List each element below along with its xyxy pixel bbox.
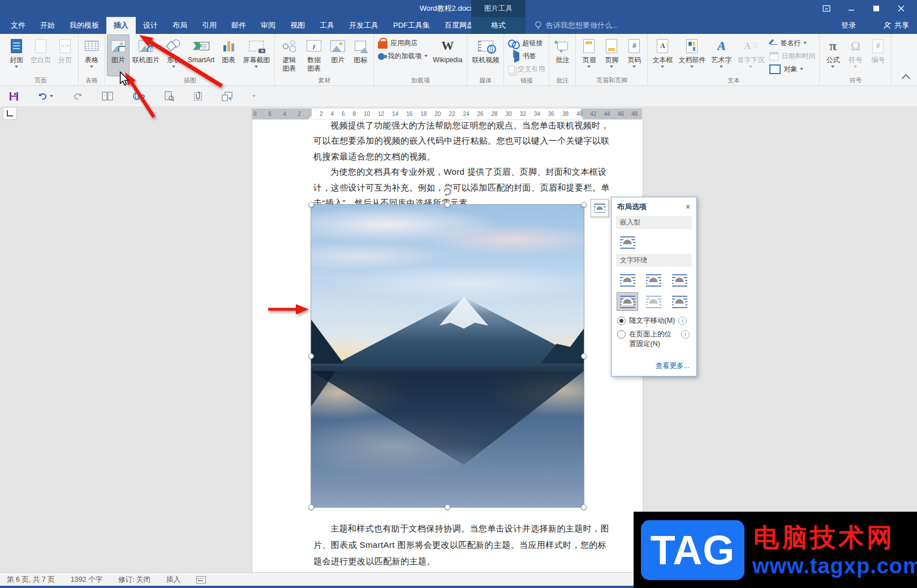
layout-options-button[interactable] — [591, 199, 609, 217]
text-box-button[interactable]: 文本框 — [649, 34, 675, 76]
ribbon-tab[interactable]: 我的模板 — [62, 17, 106, 34]
screenshot-button[interactable]: 屏幕截图 — [240, 34, 273, 76]
quick-parts-button[interactable]: 文档部件 — [675, 34, 708, 76]
chart-button[interactable]: 图表 — [217, 34, 240, 76]
document-page[interactable]: 视频提供了功能强大的方法帮助您证明您的观点。当您单击联机视频时， 可以在想要添加… — [252, 120, 643, 572]
logic-chart-button[interactable]: 逻辑图表 — [277, 34, 302, 76]
resize-handle-e[interactable] — [581, 353, 587, 359]
blank-page-button[interactable]: 空白页 — [28, 34, 54, 76]
resize-handle-n[interactable] — [445, 202, 450, 207]
resize-handle-nw[interactable] — [308, 202, 314, 207]
fix-position-option[interactable]: 在页面上的位置固定(N) i — [612, 326, 696, 349]
wrap-tight-option[interactable] — [643, 271, 664, 289]
ribbon-tab[interactable]: 文件 — [3, 17, 33, 34]
data-chart-button[interactable]: 数据图表 — [302, 34, 326, 76]
resize-handle-sw[interactable] — [308, 504, 314, 510]
inserted-picture[interactable] — [311, 205, 584, 507]
insert-mode-status[interactable]: 插入 — [166, 575, 180, 585]
my-addins-button[interactable]: 我的加载项 — [376, 50, 430, 62]
comment-button[interactable]: 批注 — [551, 34, 574, 76]
date-time-button[interactable]: 日期和时间 — [767, 50, 817, 62]
ribbon-tab[interactable]: 开发工具 — [342, 17, 386, 34]
page-break-button[interactable]: 分页 — [54, 34, 76, 76]
header-button[interactable]: 页眉 — [578, 34, 600, 76]
ribbon-tab[interactable]: 工具 — [312, 17, 342, 34]
tell-me-label: 告诉我您想要做什么... — [546, 20, 618, 31]
attachment-button[interactable] — [193, 91, 203, 101]
ribbon-group-symbols: π 公式 Ω 符号 编号 符号 — [820, 34, 892, 85]
wrap-inline-option[interactable] — [617, 233, 638, 252]
signature-line-button[interactable]: 签名行 — [767, 37, 817, 49]
switch-windows-button[interactable] — [222, 92, 233, 101]
wrap-square-option[interactable] — [617, 271, 638, 289]
ribbon-tab[interactable]: 开始 — [33, 17, 62, 34]
rotate-handle[interactable] — [441, 185, 454, 201]
number-button[interactable]: 编号 — [867, 34, 889, 76]
read-mode-button[interactable] — [102, 92, 113, 101]
resize-handle-w[interactable] — [308, 353, 314, 359]
footer-button[interactable]: 页脚 — [600, 34, 623, 76]
page-indicator[interactable]: 第 6 页, 共 7 页 — [7, 575, 55, 585]
word-count[interactable]: 1392 个字 — [71, 575, 102, 585]
ribbon-tab[interactable]: 设计 — [136, 17, 165, 34]
save-button[interactable] — [9, 92, 19, 101]
object-button[interactable]: 对象 — [767, 63, 817, 75]
table-button[interactable]: 表格 — [80, 34, 103, 76]
resize-handle-ne[interactable] — [581, 202, 587, 207]
drop-cap-button[interactable]: A 首字下沉 — [734, 34, 767, 76]
web-layout-button[interactable] — [132, 92, 145, 101]
wrap-behind-text-option[interactable] — [643, 292, 664, 311]
ribbon-tab[interactable]: 布局 — [165, 17, 195, 34]
redo-button[interactable] — [72, 92, 83, 101]
cover-page-button[interactable]: 封面 — [5, 34, 28, 76]
wrap-through-option[interactable] — [669, 271, 690, 289]
sign-in-button[interactable]: 登录 — [841, 17, 856, 34]
wikipedia-button[interactable]: W Wikipedia — [430, 34, 465, 76]
print-preview-button[interactable] — [164, 91, 174, 101]
ribbon-tab[interactable]: PDF工具集 — [386, 17, 437, 34]
see-more-link[interactable]: 查看更多... — [656, 361, 690, 371]
qat-more-button[interactable] — [252, 94, 256, 99]
ribbon-display-options-button[interactable] — [814, 0, 839, 17]
person-icon — [883, 21, 891, 29]
material-picture-button[interactable]: 图片 — [326, 34, 349, 76]
undo-button[interactable] — [38, 92, 53, 101]
resize-handle-se[interactable] — [581, 504, 587, 510]
info-icon[interactable]: i — [678, 317, 687, 325]
bookmark-button[interactable]: 书签 — [506, 50, 547, 62]
ribbon-tab[interactable]: 邮件 — [224, 17, 253, 34]
tab-stop-selector[interactable] — [3, 107, 17, 120]
shapes-button[interactable]: 形状 — [162, 34, 185, 76]
ribbon-tab[interactable]: 插入 — [106, 17, 136, 34]
close-button[interactable] — [889, 0, 914, 17]
page-number-button[interactable]: 页码 — [623, 34, 645, 76]
tab-format[interactable]: 格式 — [471, 17, 526, 34]
minimize-button[interactable] — [839, 0, 864, 17]
ribbon-tab[interactable]: 审阅 — [253, 17, 283, 34]
symbol-button[interactable]: Ω 符号 — [844, 34, 867, 76]
track-changes-status[interactable]: 修订: 关闭 — [118, 575, 150, 585]
ribbon-tab[interactable]: 视图 — [283, 17, 312, 34]
online-pictures-button[interactable]: 联机图片 — [130, 34, 162, 76]
online-video-button[interactable]: 联机视频 — [469, 34, 502, 76]
wrap-in-front-option[interactable] — [669, 292, 690, 311]
move-with-text-option[interactable]: 随文字移动(M) i — [612, 312, 696, 326]
cross-reference-button[interactable]: 交叉引用 — [506, 63, 547, 75]
layout-panel-close-button[interactable]: ✕ — [685, 203, 691, 211]
wordart-button[interactable]: A 艺术字 — [708, 34, 734, 76]
material-icon-button[interactable]: 图标 — [349, 34, 372, 76]
wrap-top-bottom-option[interactable] — [617, 292, 638, 311]
horizontal-ruler[interactable]: 8642 2468101214161820222426283032343638 … — [0, 106, 917, 120]
tell-me-box[interactable]: 告诉我您想要做什么... — [535, 17, 618, 34]
info-icon[interactable]: i — [681, 330, 690, 339]
equation-button[interactable]: π 公式 — [821, 34, 844, 76]
share-button[interactable]: 共享 — [883, 17, 909, 34]
maximize-button[interactable] — [864, 0, 889, 17]
smartart-button[interactable]: SmartArt — [185, 34, 217, 76]
hyperlink-button[interactable]: 超链接 — [506, 37, 547, 49]
resize-handle-s[interactable] — [445, 504, 450, 510]
ribbon-tab[interactable]: 引用 — [195, 17, 224, 34]
insert-picture-button[interactable]: 图片 — [107, 34, 130, 76]
app-store-button[interactable]: 应用商店 — [376, 37, 430, 49]
input-mode-icon[interactable] — [196, 576, 206, 583]
